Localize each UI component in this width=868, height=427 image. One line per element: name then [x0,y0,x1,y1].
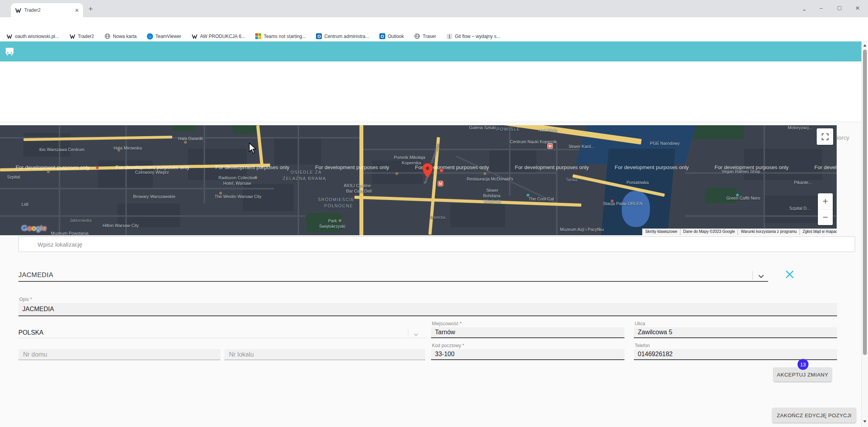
clear-company-icon[interactable] [785,269,795,281]
company-select-underline [18,281,768,282]
bookmark-item[interactable]: O Centrum administra... [316,33,369,39]
map-label: ŻELAZNĄ BRAMĄ [283,176,326,181]
metro-station-icon: M [438,181,443,186]
microsoft-favicon [255,33,261,39]
bookmark-item[interactable]: oauth.wisniowski.pl... [6,33,59,40]
secondary-marker-icon [439,168,444,173]
map-label: Czerwony Wieprz [135,170,169,175]
finish-position-edit-button[interactable]: ZAKOŃCZ EDYCJĘ POZYCJI [772,408,856,423]
map-label: Szpital D... [789,206,810,211]
browser-tab[interactable]: Trader2 ✕ [11,3,83,17]
location-search-input[interactable] [37,237,832,252]
postal-code-field[interactable]: 33-100 [431,349,624,360]
country-select[interactable]: POLSKA [18,327,425,338]
phone-field[interactable]: 0146926182 [634,349,837,360]
map-street [125,125,127,235]
map-label: Stacja Paliw ORLEN [603,201,642,206]
tab-search-chevron-icon[interactable]: ⌄ [802,6,807,12]
location-search-box[interactable] [18,236,855,252]
map-poi-dot [47,170,50,173]
map-street [360,172,556,174]
scrollbar-thumb[interactable] [863,50,867,355]
map-label: The Westin Warsaw City [215,194,262,199]
wisniowski-favicon [69,33,76,40]
app-window-header: Zamówienie 71835/23/02730 ZamtestRzeszów… [0,41,861,61]
map-watermark: For development purposes only [215,164,289,170]
map-poi-dot [527,194,529,196]
map-label: Bohdana [483,193,500,198]
bookmark-item[interactable]: Traser [414,33,436,40]
browser-minimize-button[interactable]: – [819,5,823,11]
map-label: Warecka [430,215,445,220]
bookmark-item[interactable]: Git flow – wydajny s... [446,33,500,40]
location-pin-icon[interactable] [422,163,433,180]
bookmark-item[interactable]: Trader2 [69,33,94,40]
bookmark-item[interactable]: AW PRODUKCJA 6... [191,33,245,40]
bookmark-item[interactable]: Nowa karta [104,33,137,40]
map-shortcuts-link[interactable]: Skróty klawiszowe [642,229,680,235]
map-street [556,141,558,235]
bookmark-item[interactable]: O Outlook [379,33,404,39]
map-label: Galeria Sztuki [469,125,496,130]
google-logo[interactable]: Google [22,224,47,232]
metro-station-icon: M [547,143,553,149]
map-label: Browary Warszawskie [133,194,175,199]
tab-close-icon[interactable]: ✕ [75,8,79,13]
map-report-error-link[interactable]: Zgłoś błąd w mapach [799,229,837,235]
country-chevron-icon[interactable] [413,331,419,338]
bookmark-item[interactable]: Teams not starting... [255,33,306,39]
street-field[interactable]: Zawilcowa 5 [634,327,837,338]
map-terms-link[interactable]: Warunki korzystania z programu [738,229,799,235]
mouse-cursor-icon [248,142,257,156]
map-street [360,149,579,150]
opis-label: Opis * [19,297,32,302]
map-label: Radisson Collection [218,175,256,180]
apartment-number-field[interactable] [224,349,425,360]
house-number-field[interactable] [18,349,220,360]
google-map[interactable]: ibis Warszawa Centrum Hala Mirowska Hala… [0,125,837,235]
page-scrollbar[interactable] [861,41,868,427]
map-watermark: For development purposes only [115,164,189,170]
map-label: AIOLI Cantine [344,183,371,188]
map-label: The Cool Cat [529,196,554,201]
map-label: Muzeum Powstania [51,231,88,235]
outlook-favicon: O [316,33,322,39]
map-label: Motoryzacj... [788,125,812,130]
wisniowski-favicon [6,33,13,40]
city-field[interactable]: Tarnów [431,327,624,338]
bookmark-item[interactable]: ↔ TeamViewer [147,33,181,40]
map-watermark: For development purposes only [315,164,389,170]
map-label: Hotel, Warsaw [223,181,251,186]
browser-maximize-button[interactable]: ▢ [837,5,842,10]
map-label: Wodiczki [484,199,501,204]
chevron-down-icon[interactable] [758,273,764,280]
zoom-out-button[interactable]: − [818,209,833,225]
new-tab-button[interactable]: + [88,5,93,13]
map-label: POWIŚLE [496,127,520,132]
map-street [763,125,765,235]
company-select-value[interactable]: JACMEDIA [18,271,53,279]
map-label: Skwer [486,188,498,193]
zoom-in-button[interactable]: + [818,193,833,209]
browser-close-button[interactable]: ✕ [855,5,860,11]
browser-tab-strip: Trader2 ✕ + ⌄ – ▢ ✕ [0,0,868,17]
scrollbar-down-arrow[interactable] [863,420,866,423]
map-watermark: For development purposes only [615,164,689,170]
opis-field[interactable]: JACMEDIA [18,303,837,316]
map-watermark: For development purposes only [515,164,589,170]
map-label: Muzeum Azji i Pacyfiku [560,227,604,232]
map-attribution: Skróty klawiszowe Dane do Mapy ©2023 Goo… [642,229,837,235]
apartment-number-input[interactable] [228,349,411,360]
map-fullscreen-button[interactable] [817,128,833,145]
map-label: Hala Mirowska [114,146,142,150]
map-poi-dot [184,141,187,144]
scrollbar-up-arrow[interactable] [863,44,866,47]
map-street [685,172,837,174]
outlook-favicon: O [379,33,385,39]
postal-code-label: Kod pocztowy * [432,343,464,348]
map-street [59,125,60,235]
map-street [685,215,837,217]
map-watermark: For development purposes only [16,164,90,170]
map-data-link[interactable]: Dane do Mapy ©2023 Google [680,229,738,235]
house-number-input[interactable] [22,349,206,360]
